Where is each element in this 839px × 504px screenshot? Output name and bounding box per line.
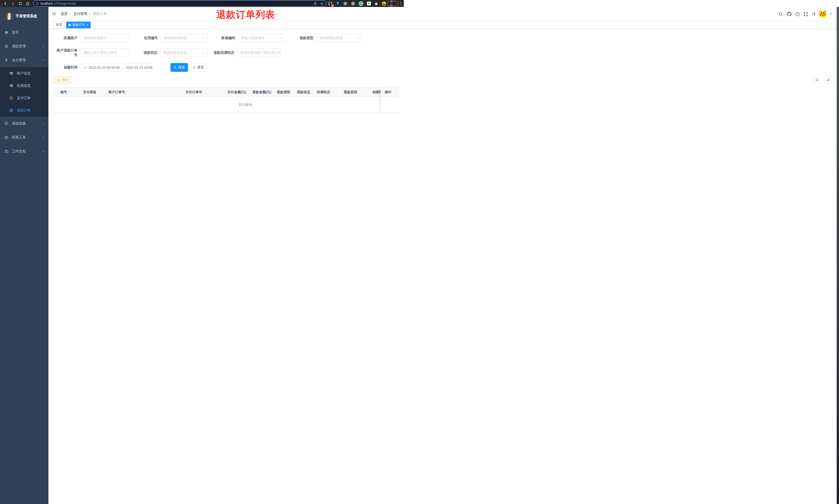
fixed-action-column: 操作 bbox=[381, 87, 399, 113]
pay-order-icon: ¥ bbox=[9, 96, 13, 100]
merchant-select[interactable]: 请选择所属商户 bbox=[81, 34, 129, 42]
url-bar[interactable]: localhost:1024/pay/refund bbox=[34, 1, 326, 6]
filter-refund-type: 退款类型 请选择退款类型 bbox=[285, 34, 362, 42]
sidebar-item-system[interactable]: 系统管理 bbox=[0, 39, 49, 53]
bookmark-star-icon[interactable] bbox=[320, 2, 324, 5]
export-button[interactable]: 导出 bbox=[54, 76, 71, 84]
clock-icon bbox=[84, 66, 87, 69]
filter-refund-status: 退款状态 请选择退款状态 bbox=[128, 48, 207, 57]
extension-emoji-icon[interactable] bbox=[382, 2, 386, 6]
extension-dot-icon[interactable] bbox=[351, 2, 355, 6]
chevron-down-icon bbox=[42, 136, 45, 139]
extension-badge: 10 bbox=[331, 4, 334, 7]
date-range-picker[interactable]: 2022-01-23 00:00:00 - 2022-01-23 23:59:5… bbox=[81, 63, 153, 72]
info-icon[interactable] bbox=[36, 2, 39, 5]
tag-active-dot bbox=[69, 24, 71, 26]
url-text[interactable]: localhost:1024/pay/refund bbox=[40, 2, 314, 5]
col-create-time: 创建时间 bbox=[372, 88, 381, 97]
filter-app: 应用编号 请选择应用信息 bbox=[129, 34, 208, 42]
browser-toolbar: localhost:1024/pay/refund 10 y 更新 bbox=[0, 0, 404, 7]
sidebar-item-devtools[interactable]: 研发工具 bbox=[0, 130, 49, 144]
app-logo[interactable]: 芋道管理系统 bbox=[0, 7, 49, 25]
sidebar-item-pay[interactable]: ¥ 支付管理 bbox=[0, 53, 49, 67]
extension-gem-icon[interactable] bbox=[336, 2, 340, 5]
breadcrumb-pay[interactable]: 支付管理 bbox=[73, 12, 87, 16]
browser-update-button[interactable]: 更新 bbox=[387, 1, 398, 6]
browser-menu-icon[interactable] bbox=[400, 2, 401, 5]
chevron-down-icon bbox=[202, 37, 205, 40]
toolbox-icon bbox=[4, 136, 8, 140]
app-grid-icon bbox=[9, 84, 13, 88]
tag-refund-order[interactable]: 退款订单 × bbox=[66, 22, 91, 28]
refund-table: 编号 支付渠道 商户订单号 支付订单号 支付金额(元) 退款金额(元) 退款类型… bbox=[54, 87, 399, 113]
tag-close-icon[interactable]: × bbox=[87, 23, 88, 26]
back-icon[interactable] bbox=[3, 2, 7, 6]
filter-merchant-refund-no: 商户退款订单号 请输入商户退款订单号 bbox=[54, 48, 128, 57]
sidebar-item-pay-order[interactable]: ¥ 支付订单 bbox=[0, 92, 49, 104]
refresh-icon bbox=[193, 66, 196, 69]
workflow-icon bbox=[4, 149, 8, 154]
forward-icon[interactable] bbox=[11, 2, 15, 6]
col-notify-status: 回调状态 bbox=[317, 88, 330, 97]
col-merchant-order-no: 商户订单号 bbox=[108, 88, 125, 97]
sidebar-item-merchant-info[interactable]: 商户信息 bbox=[0, 67, 49, 79]
channel-select[interactable]: 请输入渠道编码 bbox=[238, 34, 285, 42]
sidebar: 芋道管理系统 首页 系统管理 ¥ 支付管理 商户信息 应用信息 bbox=[0, 7, 49, 242]
sidebar-item-infra[interactable]: 基础设施 bbox=[0, 116, 49, 130]
merchant-refund-no-input[interactable]: 请输入商户退款订单号 bbox=[81, 48, 128, 57]
reset-button[interactable]: 重置 bbox=[190, 63, 206, 72]
sidebar-item-workflow[interactable]: 工作流程 bbox=[0, 144, 49, 158]
notify-status-select[interactable]: 请选择通知商户退款结果的 bbox=[237, 48, 281, 57]
tag-home[interactable]: 首页 bbox=[54, 22, 65, 28]
page-content: 所属商户 请选择所属商户 应用编号 请选择应用信息 渠道编码 请输入渠道编码 bbox=[49, 29, 404, 113]
sidebar-item-refund-order[interactable]: 退款订单 bbox=[0, 104, 49, 116]
refund-status-select[interactable]: 请选择退款状态 bbox=[160, 48, 207, 57]
browser-extensions: 10 y bbox=[328, 1, 386, 6]
tags-view: 首页 退款订单 × bbox=[49, 21, 404, 29]
gear-icon bbox=[4, 44, 8, 48]
chevron-down-icon bbox=[42, 45, 45, 48]
chevron-down-icon bbox=[42, 150, 45, 153]
extension-y-icon[interactable]: y bbox=[359, 1, 363, 6]
col-pay-order-no: 支付订单号 bbox=[185, 88, 202, 97]
chevron-down-icon bbox=[275, 51, 279, 55]
app-select[interactable]: 请选择应用信息 bbox=[161, 34, 208, 42]
extension-chat-icon[interactable] bbox=[367, 2, 371, 5]
annotation-title: 退款订单列表 bbox=[216, 8, 275, 21]
col-refund-status: 退款状态 bbox=[297, 88, 310, 97]
home-icon[interactable] bbox=[26, 2, 30, 6]
sidebar-fold-icon[interactable] bbox=[52, 12, 56, 16]
search-icon bbox=[174, 66, 177, 69]
monitor-icon bbox=[4, 122, 8, 126]
breadcrumb-current: 退款订单 bbox=[93, 12, 107, 16]
extension-puzzle-icon[interactable] bbox=[374, 2, 378, 5]
refund-order-icon bbox=[9, 108, 13, 112]
table-header: 编号 支付渠道 商户订单号 支付订单号 支付金额(元) 退款金额(元) 退款类型… bbox=[54, 87, 399, 97]
empty-text: 暂无数据 bbox=[239, 103, 252, 107]
extension-grid-icon[interactable]: 10 bbox=[328, 2, 333, 6]
chevron-up-icon bbox=[42, 59, 45, 62]
breadcrumb-home[interactable]: 首页 bbox=[61, 12, 68, 16]
logo-rabbit-icon bbox=[5, 12, 13, 20]
chevron-down-icon bbox=[279, 37, 282, 40]
col-action: 操作 bbox=[381, 87, 399, 97]
col-refund-reason: 退款原因 bbox=[344, 88, 357, 97]
share-icon[interactable] bbox=[314, 2, 317, 5]
table-body: 暂无数据 bbox=[54, 97, 399, 113]
extension-cmd-icon[interactable] bbox=[343, 2, 347, 6]
filter-create-time: 创建时间 2022-01-23 00:00:00 - 2022-01-23 23… bbox=[54, 63, 153, 72]
reload-icon[interactable] bbox=[18, 2, 22, 6]
search-button[interactable]: 搜索 bbox=[171, 63, 188, 72]
sidebar-item-home[interactable]: 首页 bbox=[0, 25, 49, 39]
sidebar-item-app-info[interactable]: 应用信息 bbox=[0, 79, 49, 92]
app-title: 芋道管理系统 bbox=[15, 14, 37, 19]
col-pay-amount: 支付金额(元) bbox=[227, 88, 247, 97]
date-start: 2022-01-23 00:00:00 bbox=[89, 66, 120, 70]
breadcrumb: 首页 / 支付管理 / 退款订单 bbox=[61, 12, 107, 16]
refund-type-select[interactable]: 请选择退款类型 bbox=[317, 34, 362, 42]
filter-channel: 渠道编码 请输入渠道编码 bbox=[208, 34, 285, 42]
col-refund-type: 退款类型 bbox=[277, 88, 290, 97]
sidebar-submenu-pay: 商户信息 应用信息 ¥ 支付订单 退款订单 bbox=[0, 67, 49, 116]
navbar: 首页 / 支付管理 / 退款订单 退款订单列表 ? TT bbox=[49, 7, 404, 21]
chevron-down-icon bbox=[356, 37, 359, 40]
